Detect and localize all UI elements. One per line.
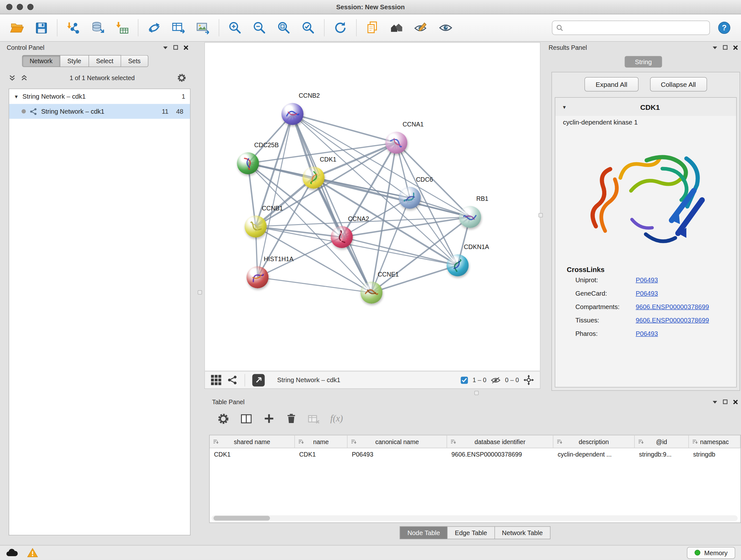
table-cell[interactable]: stringdb:9... bbox=[635, 448, 689, 461]
network-node-cdk1[interactable] bbox=[302, 167, 325, 189]
gear-icon[interactable] bbox=[177, 73, 187, 83]
crosslink-link[interactable]: P06493 bbox=[636, 290, 658, 297]
splitter-handle[interactable] bbox=[475, 391, 479, 395]
export-image-button[interactable] bbox=[193, 17, 213, 38]
function-builder-fx[interactable]: f(x) bbox=[330, 414, 343, 424]
float-panel-icon[interactable] bbox=[173, 45, 178, 50]
network-collection-row[interactable]: ▼ String Network – cdk1 1 bbox=[9, 89, 190, 104]
network-share-icon[interactable] bbox=[227, 375, 238, 385]
hide-graphics-details-button[interactable] bbox=[411, 17, 431, 38]
crosslink-link[interactable]: P06493 bbox=[636, 276, 658, 284]
close-panel-icon[interactable] bbox=[733, 399, 738, 405]
collapse-panel-icon[interactable] bbox=[712, 400, 718, 404]
column-header-canonical-name[interactable]: canonical name bbox=[347, 435, 447, 448]
collapse-all-button[interactable]: Collapse All bbox=[650, 77, 707, 91]
network-overview-button[interactable] bbox=[387, 17, 407, 38]
tree-expand-icon[interactable]: ▼ bbox=[14, 94, 19, 99]
network-node-cdc25b[interactable] bbox=[237, 152, 259, 174]
network-node-rb1[interactable] bbox=[459, 206, 481, 228]
tab-style[interactable]: Style bbox=[60, 55, 89, 67]
collapse-panel-icon[interactable] bbox=[712, 45, 718, 50]
column-options-icon[interactable] bbox=[298, 439, 304, 445]
expand-all-rows-icon[interactable] bbox=[9, 74, 16, 82]
column-header-database-identifier[interactable]: database identifier bbox=[447, 435, 553, 448]
scrollbar-thumb[interactable] bbox=[213, 516, 270, 521]
horizontal-scrollbar[interactable] bbox=[212, 515, 738, 521]
network-node-ccna2[interactable] bbox=[331, 226, 353, 248]
duplicate-page-button[interactable] bbox=[362, 17, 383, 38]
network-row-selected[interactable]: String Network – cdk1 11 48 bbox=[9, 104, 190, 119]
network-node-ccna1[interactable] bbox=[386, 132, 408, 154]
refresh-view-button[interactable] bbox=[330, 17, 350, 38]
table-cell[interactable]: P06493 bbox=[347, 448, 447, 461]
selected-checkbox-icon[interactable] bbox=[461, 376, 468, 384]
column-header-description[interactable]: description bbox=[553, 435, 635, 448]
splitter-handle[interactable] bbox=[539, 213, 543, 218]
column-options-icon[interactable] bbox=[212, 439, 219, 445]
crosslink-link[interactable]: P06493 bbox=[636, 330, 658, 337]
network-node-hist1h1a[interactable] bbox=[247, 266, 269, 288]
expand-all-button[interactable]: Expand All bbox=[585, 77, 638, 91]
column-options-icon[interactable] bbox=[450, 439, 456, 445]
zoom-in-button[interactable] bbox=[225, 17, 245, 38]
column-options-icon[interactable] bbox=[350, 439, 357, 445]
open-session-button[interactable] bbox=[7, 17, 27, 38]
network-node-ccnb1[interactable] bbox=[245, 215, 267, 238]
table-cell[interactable]: 9606.ENSP00000378699 bbox=[447, 448, 553, 461]
table-cell[interactable]: cyclin-dependent ... bbox=[553, 448, 635, 461]
tab-sets[interactable]: Sets bbox=[121, 55, 148, 67]
network-node-cdc6[interactable] bbox=[399, 187, 421, 209]
table-settings-gear-icon[interactable] bbox=[217, 412, 230, 425]
network-node-cdkn1a[interactable] bbox=[447, 254, 469, 276]
crosslink-link[interactable]: 9606.ENSP00000378699 bbox=[636, 317, 709, 324]
delete-column-trash-icon[interactable] bbox=[285, 413, 297, 425]
minimize-window-button[interactable] bbox=[17, 4, 23, 10]
import-table-from-file-button[interactable] bbox=[112, 17, 132, 38]
network-canvas[interactable]: CCNB2CCNA1CDC25BCDK1CDC6RB1CCNB1CCNA2CDK… bbox=[205, 42, 541, 371]
column-header-shared-name[interactable]: shared name bbox=[210, 435, 295, 448]
zoom-out-button[interactable] bbox=[250, 17, 270, 38]
table-row[interactable]: CDK1CDK1P064939606.ENSP00000378699cyclin… bbox=[210, 448, 741, 461]
table-cell[interactable]: stringdb bbox=[689, 448, 741, 461]
column-header-name[interactable]: name bbox=[295, 435, 347, 448]
open-in-new-window-button[interactable] bbox=[253, 374, 265, 386]
add-column-icon[interactable] bbox=[263, 413, 275, 425]
entry-collapse-icon[interactable]: ▼ bbox=[562, 104, 567, 110]
new-network-from-selection-button[interactable] bbox=[144, 17, 164, 38]
tab-select[interactable]: Select bbox=[89, 55, 121, 67]
close-panel-icon[interactable] bbox=[184, 45, 189, 50]
hidden-elements-icon[interactable] bbox=[491, 376, 501, 384]
new-table-button[interactable] bbox=[169, 17, 189, 38]
zoom-fit-button[interactable] bbox=[274, 17, 294, 38]
show-graphics-details-button[interactable] bbox=[435, 17, 456, 38]
float-panel-icon[interactable] bbox=[723, 399, 728, 404]
collapse-all-rows-icon[interactable] bbox=[21, 74, 28, 82]
show-columns-icon[interactable] bbox=[240, 412, 253, 425]
crosslink-link[interactable]: 9606.ENSP00000378699 bbox=[636, 303, 709, 311]
zoom-selected-button[interactable] bbox=[298, 17, 319, 38]
network-node-ccnb2[interactable] bbox=[281, 103, 304, 125]
save-session-button[interactable] bbox=[31, 17, 51, 38]
float-panel-icon[interactable] bbox=[723, 45, 728, 50]
import-network-from-database-button[interactable] bbox=[88, 17, 108, 38]
column-options-icon[interactable] bbox=[692, 439, 698, 445]
splitter-handle[interactable] bbox=[198, 290, 202, 295]
table-cell[interactable]: CDK1 bbox=[210, 448, 295, 461]
fit-selected-crosshair-icon[interactable] bbox=[523, 374, 535, 386]
tab-node-table[interactable]: Node Table bbox=[400, 526, 448, 540]
close-window-button[interactable] bbox=[6, 4, 13, 10]
tab-network[interactable]: Network bbox=[22, 55, 60, 67]
column-options-icon[interactable] bbox=[556, 439, 562, 445]
help-button[interactable]: ? bbox=[714, 17, 734, 38]
tab-edge-table[interactable]: Edge Table bbox=[448, 526, 495, 540]
memory-button[interactable]: Memory bbox=[687, 547, 735, 559]
network-node-ccne1[interactable] bbox=[360, 282, 383, 304]
global-search-field[interactable] bbox=[552, 21, 710, 35]
zoom-window-button[interactable] bbox=[27, 4, 34, 10]
column-options-icon[interactable] bbox=[637, 439, 644, 445]
collapse-panel-icon[interactable] bbox=[163, 45, 168, 50]
column-header--id[interactable]: @id bbox=[635, 435, 689, 448]
cloud-icon[interactable] bbox=[6, 548, 18, 557]
table-cell[interactable]: CDK1 bbox=[295, 448, 347, 461]
import-network-from-file-button[interactable] bbox=[63, 17, 83, 38]
